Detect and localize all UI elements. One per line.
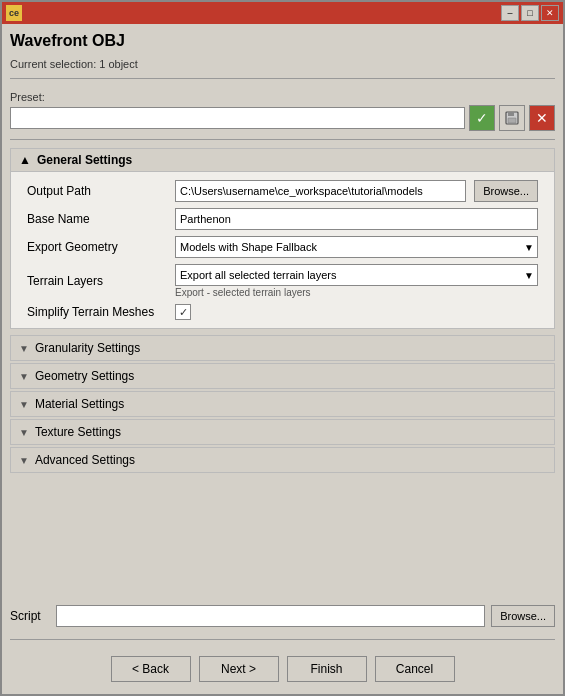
material-settings-section: ▼ Material Settings (10, 391, 555, 417)
main-window: ce – □ ✕ Wavefront OBJ Current selection… (0, 0, 565, 696)
advanced-settings-label: Advanced Settings (35, 453, 135, 467)
app-icon: ce (6, 5, 22, 21)
granularity-settings-section: ▼ Granularity Settings (10, 335, 555, 361)
texture-settings-label: Texture Settings (35, 425, 121, 439)
terrain-layers-select[interactable]: Export all selected terrain layers (175, 264, 538, 286)
back-button[interactable]: < Back (111, 656, 191, 682)
window-content: Wavefront OBJ Current selection: 1 objec… (2, 24, 563, 694)
geometry-settings-section: ▼ Geometry Settings (10, 363, 555, 389)
granularity-settings-label: Granularity Settings (35, 341, 140, 355)
title-bar: ce – □ ✕ (2, 2, 563, 24)
geometry-settings-label: Geometry Settings (35, 369, 134, 383)
general-settings-title: General Settings (37, 153, 132, 167)
script-row: Script Browse... (10, 601, 555, 631)
finish-button[interactable]: Finish (287, 656, 367, 682)
advanced-chevron-icon: ▼ (19, 455, 29, 466)
terrain-layers-row: Terrain Layers Export all selected terra… (27, 264, 538, 298)
general-settings-panel: ▲ General Settings Output Path Browse...… (10, 148, 555, 329)
preset-label: Preset: (10, 91, 555, 103)
geometry-chevron-icon: ▼ (19, 371, 29, 382)
preset-section: Preset: ✓ ✕ (10, 91, 555, 131)
svg-rect-1 (508, 112, 514, 116)
title-bar-left: ce (6, 5, 22, 21)
collapsible-sections: ▼ Granularity Settings ▼ Geometry Settin… (10, 335, 555, 595)
terrain-layers-note: Export - selected terrain layers (175, 287, 538, 298)
cancel-button[interactable]: Cancel (375, 656, 455, 682)
terrain-layers-wrapper: Export all selected terrain layers ▼ (175, 264, 538, 286)
preset-delete-button[interactable]: ✕ (529, 105, 555, 131)
export-geometry-label: Export Geometry (27, 240, 167, 254)
general-settings-header: ▲ General Settings (11, 149, 554, 172)
output-path-input[interactable] (175, 180, 466, 202)
app-title: Wavefront OBJ (10, 32, 555, 50)
preset-confirm-button[interactable]: ✓ (469, 105, 495, 131)
general-settings-body: Output Path Browse... Base Name Export G… (11, 172, 554, 328)
terrain-layers-dropdown-area: Export all selected terrain layers ▼ Exp… (175, 264, 538, 298)
granularity-chevron-icon: ▼ (19, 343, 29, 354)
base-name-input[interactable] (175, 208, 538, 230)
terrain-layers-label: Terrain Layers (27, 274, 167, 288)
next-button[interactable]: Next > (199, 656, 279, 682)
script-browse-button[interactable]: Browse... (491, 605, 555, 627)
export-geometry-wrapper: Models with Shape Fallback ▼ (175, 236, 538, 258)
output-path-label: Output Path (27, 184, 167, 198)
general-settings-collapse-icon[interactable]: ▲ (19, 153, 31, 167)
simplify-terrain-checkbox-area: ✓ (175, 304, 191, 320)
advanced-settings-section: ▼ Advanced Settings (10, 447, 555, 473)
title-bar-controls: – □ ✕ (501, 5, 559, 21)
granularity-settings-header[interactable]: ▼ Granularity Settings (11, 336, 554, 360)
script-input[interactable] (56, 605, 485, 627)
simplify-terrain-checkbox[interactable]: ✓ (175, 304, 191, 320)
base-name-label: Base Name (27, 212, 167, 226)
preset-controls: ✓ ✕ (10, 105, 555, 131)
preset-save-button[interactable] (499, 105, 525, 131)
output-path-row: Output Path Browse... (27, 180, 538, 202)
advanced-settings-header[interactable]: ▼ Advanced Settings (11, 448, 554, 472)
output-path-browse-button[interactable]: Browse... (474, 180, 538, 202)
simplify-terrain-row: Simplify Terrain Meshes ✓ (27, 304, 538, 320)
texture-settings-header[interactable]: ▼ Texture Settings (11, 420, 554, 444)
simplify-terrain-label: Simplify Terrain Meshes (27, 305, 167, 319)
minimize-button[interactable]: – (501, 5, 519, 21)
export-geometry-select[interactable]: Models with Shape Fallback (175, 236, 538, 258)
script-label: Script (10, 609, 50, 623)
maximize-button[interactable]: □ (521, 5, 539, 21)
texture-settings-section: ▼ Texture Settings (10, 419, 555, 445)
app-subtitle: Current selection: 1 object (10, 58, 555, 70)
base-name-row: Base Name (27, 208, 538, 230)
preset-select[interactable] (10, 107, 465, 129)
bottom-buttons: < Back Next > Finish Cancel (10, 648, 555, 686)
material-settings-header[interactable]: ▼ Material Settings (11, 392, 554, 416)
material-settings-label: Material Settings (35, 397, 124, 411)
export-geometry-row: Export Geometry Models with Shape Fallba… (27, 236, 538, 258)
geometry-settings-header[interactable]: ▼ Geometry Settings (11, 364, 554, 388)
svg-rect-2 (508, 118, 516, 123)
texture-chevron-icon: ▼ (19, 427, 29, 438)
material-chevron-icon: ▼ (19, 399, 29, 410)
close-button[interactable]: ✕ (541, 5, 559, 21)
